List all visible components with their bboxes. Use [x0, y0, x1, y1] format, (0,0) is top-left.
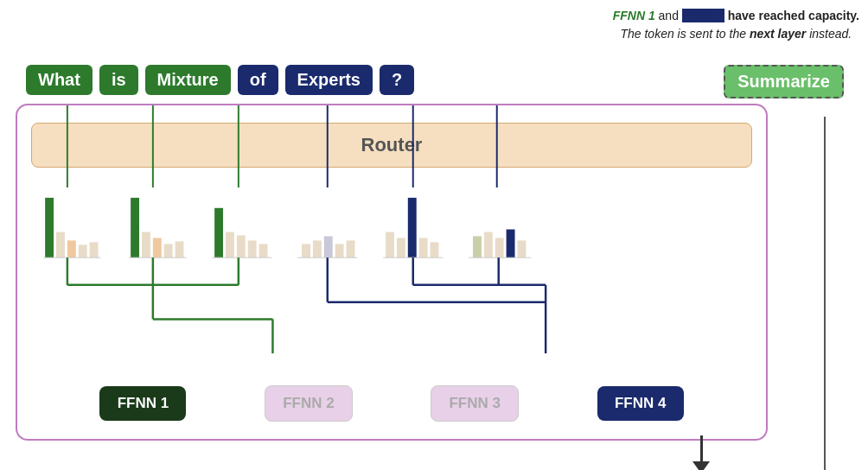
svg-rect-19 — [347, 240, 355, 257]
svg-rect-15 — [302, 244, 310, 257]
ffnn4-box: FFNN 4 — [597, 386, 684, 421]
svg-rect-23 — [419, 238, 428, 257]
token-is: is — [99, 65, 138, 95]
token-question: ? — [380, 65, 414, 95]
down-arrow — [692, 435, 710, 470]
ffnn1-box: FFNN 1 — [99, 386, 186, 421]
arrow-head — [692, 461, 710, 470]
svg-rect-1 — [56, 232, 65, 257]
svg-rect-26 — [484, 232, 493, 257]
svg-rect-0 — [45, 198, 54, 257]
svg-rect-16 — [313, 240, 322, 257]
svg-rect-11 — [226, 232, 234, 257]
token-experts: Experts — [285, 65, 373, 95]
arrow-line — [700, 435, 703, 461]
ffnn2-box: FFNN 2 — [265, 385, 353, 422]
svg-rect-4 — [90, 242, 99, 257]
svg-rect-5 — [131, 198, 139, 257]
svg-rect-21 — [397, 238, 405, 257]
svg-rect-12 — [237, 235, 246, 257]
have-text: have reached capacity. — [728, 9, 859, 22]
svg-rect-25 — [473, 236, 482, 257]
svg-rect-10 — [214, 208, 223, 257]
svg-rect-20 — [386, 232, 394, 257]
svg-rect-14 — [259, 244, 268, 257]
svg-rect-9 — [176, 241, 184, 257]
token-of: of — [238, 65, 278, 95]
token-summarize: Summarize — [724, 65, 844, 98]
svg-rect-6 — [142, 232, 150, 257]
svg-rect-17 — [324, 236, 333, 257]
svg-rect-8 — [164, 244, 173, 257]
token-mixture: Mixture — [145, 65, 231, 95]
annotation-box: FFNN 1 and FFNN 4 have reached capacity.… — [613, 7, 859, 43]
token-what: What — [26, 65, 93, 95]
next-layer-text: next layer — [750, 27, 806, 41]
ffnn3-box: FFNN 3 — [431, 385, 519, 422]
svg-rect-22 — [408, 198, 417, 257]
ffnn4-ref: FFNN 4 — [682, 9, 724, 22]
svg-rect-24 — [431, 242, 439, 257]
ffnn-row: FFNN 1 FFNN 2 FFNN 3 FFNN 4 — [61, 385, 723, 422]
annotation-line1: FFNN 1 and FFNN 4 have reached capacity. — [613, 7, 859, 25]
svg-rect-29 — [517, 240, 526, 257]
summarize-line-svg — [782, 65, 868, 470]
svg-rect-2 — [67, 240, 76, 257]
router-bar: Router — [31, 123, 752, 168]
ffnn1-ref: FFNN 1 — [613, 9, 655, 22]
svg-rect-3 — [79, 245, 87, 257]
svg-rect-13 — [248, 240, 257, 257]
router-label: Router — [361, 134, 423, 156]
and-text: and — [659, 9, 682, 22]
svg-rect-27 — [495, 238, 504, 257]
svg-rect-7 — [153, 238, 162, 257]
svg-rect-18 — [335, 244, 344, 257]
annotation-line2: The token is sent to the next layer inst… — [613, 25, 859, 43]
diagram-box: Router — [16, 104, 768, 441]
tokens-row: What is Mixture of Experts ? — [26, 65, 414, 95]
svg-rect-28 — [507, 230, 515, 258]
